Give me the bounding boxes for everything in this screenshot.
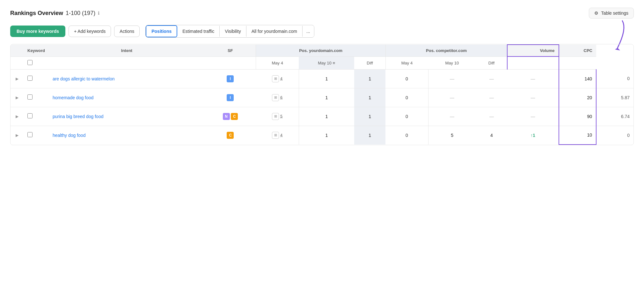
pos-yd-diff: 0 bbox=[385, 69, 428, 88]
table-row: ▶ are dogs allergic to watermelon I ⊞ 4 … bbox=[11, 69, 633, 88]
col-header-volume: Volume bbox=[507, 45, 559, 56]
sf-count[interactable]: 6 bbox=[280, 95, 282, 100]
row-checkbox[interactable] bbox=[27, 113, 33, 118]
pos-comp-diff: — bbox=[507, 107, 559, 126]
pos-yd-may10: 1 bbox=[354, 126, 385, 145]
pos-comp-diff: — bbox=[507, 88, 559, 107]
rankings-table: Keyword Intent SF Pos. yourdomain.com Po… bbox=[10, 44, 634, 145]
intent-badge: C bbox=[227, 132, 234, 139]
sf-cell: ⊞ 6 bbox=[256, 88, 299, 107]
keyword-link[interactable]: homemade dog food bbox=[53, 95, 93, 100]
sf-cell: ⊞ 5 bbox=[256, 107, 299, 126]
intent-cell: I bbox=[205, 69, 256, 88]
row-expand-cell: ▶ bbox=[11, 107, 24, 126]
col-group-pos-yourdomain: Pos. yourdomain.com bbox=[256, 45, 385, 56]
sub-header-may4-yd: May 4 bbox=[256, 56, 299, 69]
pos-yd-diff: 0 bbox=[385, 126, 428, 145]
volume: 140 bbox=[559, 69, 596, 88]
row-checkbox[interactable] bbox=[27, 94, 33, 100]
tab-estimated-traffic[interactable]: Estimated traffic bbox=[177, 26, 220, 37]
table-settings-button[interactable]: ⚙ Table settings bbox=[589, 8, 634, 19]
pos-comp-may4: — bbox=[428, 107, 476, 126]
sub-header-may10-comp: May 10 bbox=[428, 56, 476, 69]
sf-cell: ⊞ 4 bbox=[256, 126, 299, 145]
table-row: ▶ homemade dog food I ⊞ 6 1 1 0 — — — 20… bbox=[11, 88, 633, 107]
row-expand-cell: ▶ bbox=[11, 69, 24, 88]
keyword-link[interactable]: purina big breed dog food bbox=[53, 114, 104, 119]
intent-badge: I bbox=[227, 94, 234, 101]
cpc: 5.87 bbox=[596, 88, 633, 107]
tab-all-for-domain[interactable]: All for yourdomain.com bbox=[246, 26, 303, 37]
row-checkbox[interactable] bbox=[27, 132, 33, 137]
pos-yd-may10: 1 bbox=[354, 107, 385, 126]
sf-count[interactable]: 4 bbox=[280, 76, 282, 81]
sf-icon: ⊞ bbox=[272, 132, 279, 139]
sf-icon: ⊞ bbox=[272, 75, 279, 82]
expand-button[interactable]: ▶ bbox=[14, 132, 20, 138]
page-title-bold: Rankings Overview bbox=[10, 10, 63, 17]
view-tabs: Positions Estimated traffic Visibility A… bbox=[145, 25, 314, 38]
tab-positions[interactable]: Positions bbox=[146, 25, 177, 37]
row-checkbox[interactable] bbox=[27, 76, 33, 81]
row-checkbox-cell bbox=[24, 69, 49, 88]
table-row: ▶ healthy dog food C ⊞ 4 1 1 0 5 4 ↑1 10… bbox=[11, 126, 633, 145]
col-header-intent: Intent bbox=[49, 45, 205, 56]
col-header-keyword: Keyword bbox=[24, 45, 49, 56]
cpc: 0 bbox=[596, 126, 633, 145]
pos-comp-may10: — bbox=[476, 69, 507, 88]
row-checkbox-cell bbox=[24, 107, 49, 126]
intent-badge: I bbox=[227, 75, 234, 82]
volume: 90 bbox=[559, 107, 596, 126]
sf-count[interactable]: 4 bbox=[280, 133, 282, 137]
expand-button[interactable]: ▶ bbox=[14, 76, 20, 82]
buy-keywords-button[interactable]: Buy more keywords bbox=[10, 26, 65, 37]
select-all-checkbox[interactable] bbox=[27, 60, 33, 65]
intent-cell: C bbox=[205, 126, 256, 145]
sf-icon: ⊞ bbox=[272, 113, 279, 120]
row-checkbox-cell bbox=[24, 126, 49, 145]
col-header-sf: SF bbox=[205, 45, 256, 56]
tab-visibility[interactable]: Visibility bbox=[220, 26, 246, 37]
pos-yd-may4: 1 bbox=[299, 69, 354, 88]
keyword-cell: healthy dog food bbox=[49, 126, 205, 145]
sf-count[interactable]: 5 bbox=[280, 114, 282, 118]
keyword-cell: purina big breed dog food bbox=[49, 107, 205, 126]
info-icon[interactable]: ℹ bbox=[98, 11, 99, 16]
pos-yd-diff: 0 bbox=[385, 88, 428, 107]
row-expand-cell: ▶ bbox=[11, 88, 24, 107]
pos-comp-may10: — bbox=[476, 88, 507, 107]
intent-badge: N bbox=[223, 113, 230, 120]
expand-button[interactable]: ▶ bbox=[14, 95, 20, 101]
pos-yd-may4: 1 bbox=[299, 126, 354, 145]
pos-yd-may4: 1 bbox=[299, 88, 354, 107]
intent-cell: I bbox=[205, 88, 256, 107]
pos-comp-may10: — bbox=[476, 107, 507, 126]
row-expand-cell: ▶ bbox=[11, 126, 24, 145]
pos-comp-diff: ↑1 bbox=[507, 126, 559, 145]
pos-comp-may10: 4 bbox=[476, 126, 507, 145]
pos-yd-may10: 1 bbox=[354, 88, 385, 107]
pos-yd-diff: 0 bbox=[385, 107, 428, 126]
expand-button[interactable]: ▶ bbox=[14, 114, 20, 119]
col-group-pos-competitor: Pos. competitor.com bbox=[385, 45, 507, 56]
sf-cell: ⊞ 4 bbox=[256, 69, 299, 88]
table-row: ▶ purina big breed dog food N C ⊞ 5 1 1 … bbox=[11, 107, 633, 126]
pos-yd-may10: 1 bbox=[354, 69, 385, 88]
keyword-link[interactable]: are dogs allergic to watermelon bbox=[53, 76, 115, 81]
volume: 20 bbox=[559, 88, 596, 107]
cpc: 6.74 bbox=[596, 107, 633, 126]
actions-button[interactable]: Actions bbox=[114, 26, 140, 37]
sub-header-may4-comp: May 4 bbox=[385, 56, 428, 69]
sf-icon: ⊞ bbox=[272, 94, 279, 101]
pos-comp-may4: 5 bbox=[428, 126, 476, 145]
volume: 10 bbox=[559, 126, 596, 145]
tab-more[interactable]: ... bbox=[303, 26, 314, 37]
table-settings-label: Table settings bbox=[601, 11, 628, 16]
keyword-link[interactable]: healthy dog food bbox=[53, 133, 86, 138]
cpc: 0 bbox=[596, 69, 633, 88]
col-header-cpc: CPC bbox=[559, 45, 596, 56]
add-keywords-button[interactable]: + Add keywords bbox=[69, 26, 111, 37]
pos-yd-may4: 1 bbox=[299, 107, 354, 126]
pos-comp-may4: — bbox=[428, 69, 476, 88]
keyword-cell: are dogs allergic to watermelon bbox=[49, 69, 205, 88]
